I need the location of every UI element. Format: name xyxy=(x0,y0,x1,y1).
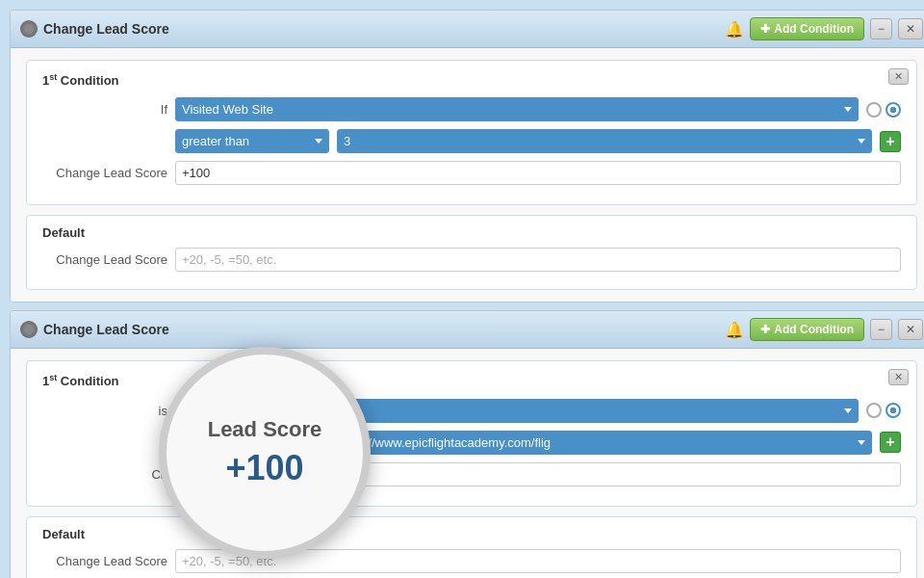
gear-icon-2 xyxy=(20,321,38,338)
if-select-2[interactable]: Page xyxy=(175,399,859,423)
close-button-1[interactable]: ✕ xyxy=(898,18,923,39)
dropdown-arrow-icon xyxy=(844,107,852,112)
score-label-1: Change Lead Score xyxy=(42,166,167,180)
card-2-header-right: 🔔 ✚ Add Condition − ✕ xyxy=(725,318,923,341)
condition-1-score-row: Change Lead Score xyxy=(42,161,901,185)
close-condition-2-button[interactable]: ✕ xyxy=(888,369,909,385)
default-title-1: Default xyxy=(42,225,901,240)
card-1-title: Change Lead Score xyxy=(43,21,169,37)
card-2-header-left: Change Lead Score xyxy=(20,321,169,338)
radio-or-2[interactable] xyxy=(886,403,901,418)
default-score-input-1[interactable] xyxy=(175,248,901,272)
condition-1-operator-row: greater than 3 + xyxy=(42,129,901,153)
minimize-button-1[interactable]: − xyxy=(870,18,892,39)
condition-2-if-row: is Page xyxy=(42,399,901,423)
dropdown-arrow-icon-5 xyxy=(315,440,322,445)
add-condition-button-2[interactable]: ✚ Add Condition xyxy=(750,318,864,341)
card-1-header-left: Change Lead Score xyxy=(20,20,169,38)
add-condition-button-1[interactable]: ✚ Add Condition xyxy=(750,17,864,40)
default-block-1: Default Change Lead Score xyxy=(26,215,917,290)
radio-or[interactable] xyxy=(886,102,901,118)
if-label: If xyxy=(42,102,167,117)
condition-2-score-row: Ch xyxy=(42,462,901,486)
if-select[interactable]: Visited Web Site xyxy=(175,97,859,121)
condition-block-2: 1st Condition ✕ is Page xyxy=(26,360,917,506)
card-1-body: 1st Condition ✕ If Visited Web Site xyxy=(11,48,924,302)
card-2-body: 1st Condition ✕ is Page xyxy=(11,349,924,578)
radio-group-2 xyxy=(866,403,901,418)
default-score-row-1: Change Lead Score xyxy=(42,248,901,272)
bell-button-2[interactable]: 🔔 xyxy=(725,321,744,339)
condition-1-if-row: If Visited Web Site xyxy=(42,97,901,121)
radio-group xyxy=(866,102,901,118)
default-score-label-2: Change Lead Score xyxy=(42,554,167,568)
close-condition-1-button[interactable]: ✕ xyxy=(888,68,909,85)
dropdown-arrow-icon-6 xyxy=(858,440,865,445)
operator-select-2[interactable] xyxy=(175,435,329,450)
default-title-2: Default xyxy=(42,527,901,541)
plus-icon-2: ✚ xyxy=(760,323,770,336)
card-2: Change Lead Score 🔔 ✚ Add Condition − ✕ … xyxy=(10,310,924,578)
default-block-2: Default Change Lead Score xyxy=(26,516,917,578)
card-1-header: Change Lead Score 🔔 ✚ Add Condition − ✕ xyxy=(11,11,924,48)
radio-and-2[interactable] xyxy=(866,403,882,418)
dropdown-arrow-icon-3 xyxy=(858,139,865,144)
score-label-2: Ch xyxy=(42,467,167,482)
operand-select[interactable]: 3 xyxy=(337,129,872,153)
condition-block-1: 1st Condition ✕ If Visited Web Site xyxy=(26,60,917,205)
radio-and[interactable] xyxy=(866,102,882,118)
card-2-title: Change Lead Score xyxy=(43,322,169,337)
close-button-2[interactable]: ✕ xyxy=(898,319,923,340)
card-1-header-right: 🔔 ✚ Add Condition − ✕ xyxy=(725,17,923,40)
dropdown-arrow-icon-2 xyxy=(315,139,322,144)
add-operand-button-2[interactable]: + xyxy=(880,432,901,453)
dropdown-arrow-icon-4 xyxy=(844,408,852,413)
gear-icon xyxy=(20,20,38,38)
operand-select-2[interactable]: http://www.epicflightacademy.com/flig xyxy=(337,431,872,455)
score-input-1[interactable] xyxy=(175,161,901,185)
default-score-input-2[interactable] xyxy=(175,549,901,573)
operator-select[interactable]: greater than xyxy=(175,129,329,153)
condition-2-title: 1st Condition xyxy=(42,373,901,388)
card-1: Change Lead Score 🔔 ✚ Add Condition − ✕ … xyxy=(10,10,924,302)
plus-icon: ✚ xyxy=(760,22,770,36)
default-score-label-1: Change Lead Score xyxy=(42,252,167,267)
default-score-row-2: Change Lead Score xyxy=(42,549,901,573)
bell-button[interactable]: 🔔 xyxy=(725,20,744,39)
minimize-button-2[interactable]: − xyxy=(870,319,892,340)
condition-1-title: 1st Condition xyxy=(42,72,901,88)
condition-2-operator-row: http://www.epicflightacademy.com/flig + xyxy=(42,431,901,455)
add-operand-button[interactable]: + xyxy=(880,131,901,152)
score-input-2[interactable] xyxy=(175,462,901,486)
if-label-2: is xyxy=(42,404,167,418)
card-2-header: Change Lead Score 🔔 ✚ Add Condition − ✕ xyxy=(11,311,924,349)
